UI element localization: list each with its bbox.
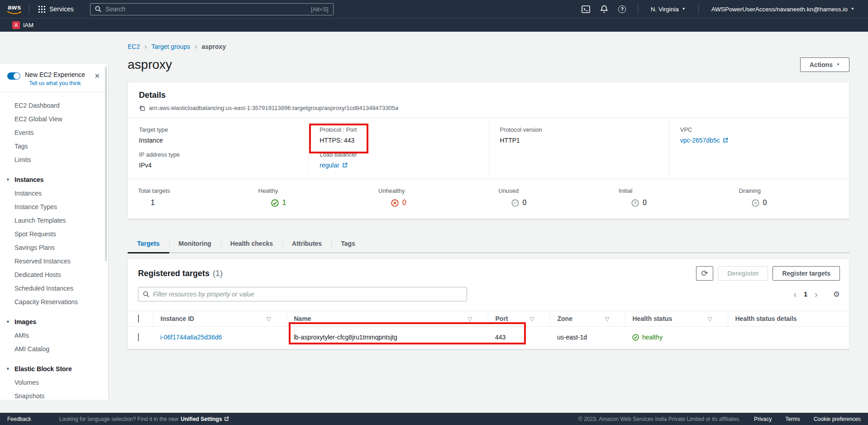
feedback-link[interactable]: Tell us what you think	[25, 80, 85, 86]
sidebar-item-limits[interactable]: Limits	[0, 153, 108, 167]
tab-attributes[interactable]: Attributes	[282, 235, 331, 253]
details-heading: Details	[139, 91, 838, 100]
sidebar-section-instances[interactable]: ▼Instances	[0, 173, 108, 186]
registered-targets-card: Registered targets (1) ⟳ Deregister Regi…	[128, 258, 849, 349]
column-header-name: Name	[294, 315, 311, 322]
search-input[interactable]	[105, 5, 307, 13]
global-search-box[interactable]: [Alt+S]	[90, 3, 334, 15]
region-selector[interactable]: N. Virginia ▼	[644, 6, 692, 13]
table-settings-gear-icon[interactable]: ⚙	[833, 290, 840, 299]
filter-funnel-icon[interactable]: ▽	[708, 315, 712, 322]
sidebar-item-events[interactable]: Events	[0, 126, 108, 139]
top-navigation-bar: aws Services [Alt+S] ? N. Virginia ▼ AWS…	[0, 0, 868, 18]
previous-page-icon[interactable]: ‹	[794, 290, 797, 299]
unused-label: Unused	[499, 187, 609, 194]
nav-divider	[638, 4, 638, 14]
ip-address-type-value: IPv4	[139, 162, 297, 169]
registered-targets-count: (1)	[213, 269, 223, 278]
caret-down-icon: ▼	[6, 367, 10, 371]
column-header-zone: Zone	[558, 315, 572, 322]
sidebar-item-volumes[interactable]: Volumes	[0, 376, 108, 389]
feedback-link[interactable]: Feedback	[7, 416, 31, 422]
sidebar-item-tags[interactable]: Tags	[0, 139, 108, 153]
select-all-checkbox[interactable]	[138, 315, 139, 323]
breadcrumb-ec2[interactable]: EC2	[128, 43, 140, 50]
current-page-number[interactable]: 1	[804, 291, 807, 298]
sidebar-item-instances[interactable]: Instances	[0, 186, 108, 200]
tab-tags[interactable]: Tags	[331, 235, 365, 253]
load-balancer-link[interactable]: regular	[320, 162, 348, 169]
sidebar-navigation: EC2 Dashboard EC2 Global View Events Tag…	[0, 92, 108, 409]
services-label: Services	[49, 5, 74, 13]
sidebar-item-ec2-dashboard[interactable]: EC2 Dashboard	[0, 99, 108, 112]
sidebar-section-images[interactable]: ▼Images	[0, 315, 108, 329]
pinned-service-iam[interactable]: IAM	[12, 21, 33, 29]
filter-funnel-icon[interactable]: ▽	[468, 315, 472, 322]
vpc-link[interactable]: vpc-2657db5c	[680, 137, 728, 144]
details-card: Details arn:aws:elasticloadbalancing:us-…	[128, 82, 849, 219]
close-icon[interactable]: ✕	[92, 71, 102, 81]
cookie-preferences-link[interactable]: Cookie preferences	[814, 416, 861, 422]
register-targets-button[interactable]: Register targets	[773, 266, 840, 281]
unified-settings-link[interactable]: Unified Settings	[181, 416, 229, 422]
sidebar-item-scheduled-instances[interactable]: Scheduled Instances	[0, 282, 108, 295]
deregister-button[interactable]: Deregister	[718, 266, 768, 281]
sidebar-item-savings-plans[interactable]: Savings Plans	[0, 241, 108, 254]
actions-button[interactable]: Actions ▼	[800, 57, 849, 72]
aws-logo[interactable]: aws	[6, 3, 23, 15]
sidebar-item-reserved-instances[interactable]: Reserved Instances	[0, 254, 108, 268]
breadcrumb-separator-icon: ›	[144, 43, 147, 51]
sidebar-item-snapshots[interactable]: Snapshots	[0, 389, 108, 403]
sidebar-item-instance-types[interactable]: Instance Types	[0, 200, 108, 214]
sidebar-scrollbar[interactable]	[105, 67, 107, 261]
protocol-port-label: Protocol : Port	[320, 126, 477, 133]
cloudshell-icon[interactable]	[577, 0, 595, 18]
account-menu[interactable]: AWSPowerUserAccess/navaneeth.kn@harness.…	[705, 6, 861, 13]
new-experience-toggle[interactable]	[7, 72, 20, 80]
tab-monitoring[interactable]: Monitoring	[169, 235, 221, 253]
health-status-cell: healthy	[642, 334, 663, 341]
protocol-version-value: HTTP1	[500, 137, 658, 144]
services-menu-button[interactable]: Services	[36, 5, 76, 13]
targets-filter-box[interactable]	[138, 287, 467, 301]
filter-funnel-icon[interactable]: ▽	[530, 315, 534, 322]
terms-link[interactable]: Terms	[785, 416, 800, 422]
check-circle-icon	[632, 334, 639, 341]
breadcrumb-target-groups[interactable]: Target groups	[152, 43, 191, 50]
sidebar-item-ami-catalog[interactable]: AMI Catalog	[0, 342, 108, 356]
filter-funnel-icon[interactable]: ▽	[605, 315, 610, 322]
external-link-icon	[224, 416, 229, 421]
sidebar-item-capacity-reservations[interactable]: Capacity Reservations	[0, 295, 108, 309]
refresh-icon: ⟳	[701, 268, 708, 278]
caret-down-icon: ▼	[6, 320, 10, 324]
target-zone-cell: us-east-1d	[557, 334, 587, 341]
sidebar-item-launch-templates[interactable]: Launch Templates	[0, 214, 108, 227]
sidebar-item-dedicated-hosts[interactable]: Dedicated Hosts	[0, 268, 108, 282]
copy-icon[interactable]	[139, 105, 145, 111]
main-content: EC2 › Target groups › asproxy asproxy Ac…	[109, 32, 868, 413]
sidebar-section-elastic-block-store[interactable]: ▼Elastic Block Store	[0, 362, 108, 376]
tab-health-checks[interactable]: Health checks	[221, 235, 282, 253]
help-icon[interactable]: ?	[613, 0, 631, 18]
filter-funnel-icon[interactable]: ▽	[267, 315, 271, 322]
console-footer: Feedback Looking for language selection?…	[0, 413, 868, 425]
topbar-right-controls: ? N. Virginia ▼ AWSPowerUserAccess/navan…	[577, 0, 868, 18]
external-link-icon	[342, 162, 348, 168]
column-header-health-status-details: Health status details	[735, 315, 797, 322]
notifications-bell-icon[interactable]	[595, 0, 613, 18]
refresh-button[interactable]: ⟳	[696, 266, 713, 281]
initial-count: 0	[643, 199, 647, 207]
sidebar-item-spot-requests[interactable]: Spot Requests	[0, 227, 108, 241]
tab-bar: Targets Monitoring Health checks Attribu…	[128, 235, 849, 253]
targets-filter-input[interactable]	[153, 291, 462, 298]
column-header-port: Port	[496, 315, 508, 322]
ellipsis-circle-icon	[511, 199, 519, 207]
privacy-link[interactable]: Privacy	[754, 416, 772, 422]
protocol-version-label: Protocol version	[500, 126, 658, 133]
row-checkbox[interactable]	[138, 333, 139, 341]
next-page-icon[interactable]: ›	[815, 290, 818, 299]
instance-id-link[interactable]: i-06f1744a6a25d36d6	[160, 334, 222, 341]
tab-targets[interactable]: Targets	[128, 235, 169, 253]
sidebar-item-ec2-global-view[interactable]: EC2 Global View	[0, 112, 108, 126]
sidebar-item-amis[interactable]: AMIs	[0, 329, 108, 342]
